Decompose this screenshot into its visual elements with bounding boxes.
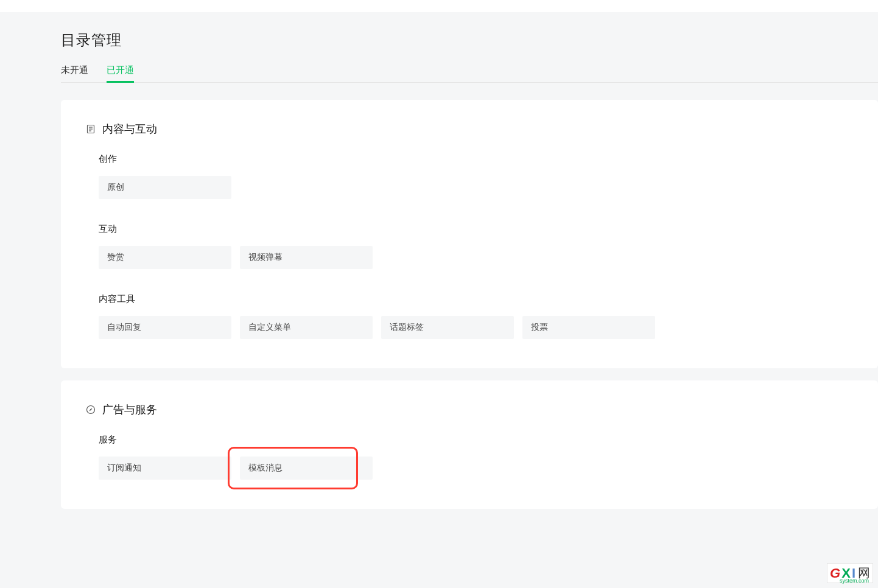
subsection-label-service: 服务 xyxy=(99,434,854,446)
section-ads-services: 广告与服务 服务 订阅通知 模板消息 xyxy=(61,380,878,509)
subsection-label-content-tools: 内容工具 xyxy=(99,293,854,305)
watermark: G X I 网 system.com xyxy=(827,563,873,583)
page-title: 目录管理 xyxy=(61,30,878,50)
section-content-interaction: 内容与互动 创作 原创 互动 赞赏 视频弹幕 内容工具 自动回复 自定义菜单 话… xyxy=(61,100,878,368)
chip-template-message[interactable]: 模板消息 xyxy=(240,457,373,480)
watermark-g: G xyxy=(830,565,840,581)
tab-enabled[interactable]: 已开通 xyxy=(107,65,134,82)
chip-video-danmu[interactable]: 视频弹幕 xyxy=(240,246,373,269)
subsection-label-interaction: 互动 xyxy=(99,223,854,235)
tab-not-enabled[interactable]: 未开通 xyxy=(61,65,88,82)
chip-reward[interactable]: 赞赏 xyxy=(99,246,231,269)
chip-subscription-notice[interactable]: 订阅通知 xyxy=(99,457,231,480)
watermark-sub: system.com xyxy=(840,578,869,584)
chip-topic-tag[interactable]: 话题标签 xyxy=(381,316,514,339)
tabs: 未开通 已开通 xyxy=(61,65,878,83)
subsection-label-creation: 创作 xyxy=(99,153,854,165)
document-icon xyxy=(85,124,96,135)
chip-custom-menu[interactable]: 自定义菜单 xyxy=(240,316,373,339)
compass-icon xyxy=(85,404,96,415)
section-title: 广告与服务 xyxy=(102,402,157,417)
chip-original[interactable]: 原创 xyxy=(99,176,231,199)
section-title: 内容与互动 xyxy=(102,122,157,136)
chip-vote[interactable]: 投票 xyxy=(522,316,655,339)
chip-auto-reply[interactable]: 自动回复 xyxy=(99,316,231,339)
